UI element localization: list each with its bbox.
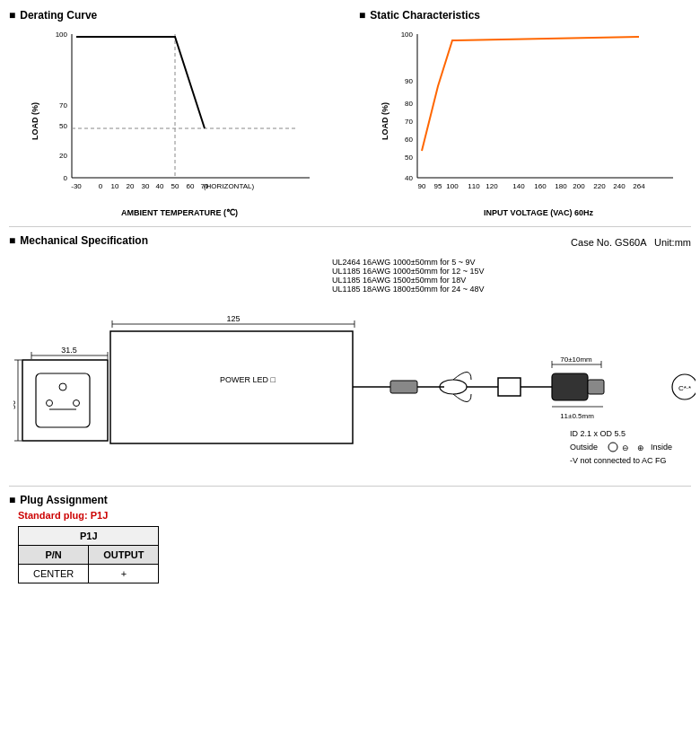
derating-curve-section: Derating Curve LOAD (%) 0 20 50 70 100 -… [9,9,341,217]
plug-table-col1: P/N [19,546,89,565]
svg-text:40: 40 [405,174,413,182]
svg-text:11±0.5mm: 11±0.5mm [560,412,594,420]
derating-x-label: AMBIENT TEMPERATURE (℃) [36,208,323,217]
derating-y-label: LOAD (%) [31,102,39,140]
svg-text:ID 2.1 x OD 5.5: ID 2.1 x OD 5.5 [570,429,626,438]
svg-text:100: 100 [446,182,459,190]
static-x-label: INPUT VOLTAGE (VAC) 60Hz [386,208,691,217]
svg-text:200: 200 [573,182,585,190]
static-chart: 40 50 60 70 80 90 100 90 95 100 110 120 … [386,25,691,205]
svg-text:180: 180 [555,182,567,190]
svg-text:⊕: ⊕ [637,443,644,452]
svg-rect-61 [390,381,417,393]
svg-point-50 [59,383,66,390]
wire-specs: UL2464 16AWG 1000±50mm for 5 ~ 9V UL1185… [332,258,691,294]
svg-text:C*·*: C*·* [678,384,691,392]
svg-text:90: 90 [418,182,426,190]
svg-text:110: 110 [468,182,480,190]
mechanical-section: Mechanical Specification Case No. GS60A … [9,226,691,477]
svg-rect-67 [552,373,588,400]
plug-table-col2: OUTPUT [89,546,159,565]
svg-text:50: 50 [13,400,17,409]
static-title: Static Characteristics [359,9,691,22]
svg-text:50: 50 [59,122,67,130]
svg-text:125: 125 [226,314,240,323]
svg-text:20: 20 [59,152,67,160]
table-row: CENTER + [19,565,159,583]
svg-text:240: 240 [613,182,626,190]
svg-text:70±10mm: 70±10mm [560,355,592,364]
svg-text:31.5: 31.5 [61,346,77,355]
mechanical-title: Mechanical Specification [9,234,148,247]
svg-text:10: 10 [111,182,119,190]
svg-text:60: 60 [187,182,195,190]
plug-title: Plug Assignment [9,494,691,506]
svg-text:100: 100 [401,31,414,39]
standard-plug-label: Standard plug: P1J [18,510,691,521]
svg-text:220: 220 [593,182,606,190]
svg-text:0: 0 [99,182,103,190]
svg-text:80: 80 [405,100,413,108]
plug-section: Plug Assignment Standard plug: P1J P1J P… [9,486,691,583]
svg-text:POWER LED □: POWER LED □ [220,375,276,384]
svg-point-52 [74,400,80,407]
svg-text:60: 60 [405,136,413,144]
svg-text:30: 30 [142,182,150,190]
svg-text:120: 120 [486,182,498,190]
svg-text:264: 264 [633,182,645,190]
svg-text:⊖: ⊖ [622,443,629,452]
svg-rect-48 [22,360,108,441]
case-info: Case No. GS60A Unit:mm [571,237,691,248]
svg-text:40: 40 [156,182,164,190]
svg-point-51 [47,400,53,407]
derating-chart: 0 20 50 70 100 -30 0 10 20 30 40 50 60 7… [36,25,323,205]
svg-point-79 [608,443,617,452]
svg-text:Inside: Inside [651,443,672,452]
plug-output: + [89,565,159,583]
svg-text:70: 70 [405,118,413,126]
svg-rect-58 [110,331,353,443]
svg-text:(HORIZONTAL): (HORIZONTAL) [204,182,255,190]
svg-text:95: 95 [434,182,442,190]
svg-text:100: 100 [56,31,68,39]
svg-text:-30: -30 [71,182,82,190]
svg-rect-65 [498,378,521,396]
svg-rect-68 [588,380,604,394]
svg-text:160: 160 [534,182,547,190]
svg-text:50: 50 [171,182,179,190]
plug-table: P1J P/N OUTPUT CENTER + [18,526,159,583]
svg-text:140: 140 [512,182,525,190]
svg-text:-V not connected to AC FG: -V not connected to AC FG [570,456,667,465]
plug-pn: CENTER [19,565,89,583]
svg-text:0: 0 [64,174,68,182]
svg-text:90: 90 [405,77,413,85]
svg-rect-49 [36,373,90,427]
svg-text:50: 50 [405,154,413,162]
static-char-section: Static Characteristics LOAD (%) 40 50 60… [359,9,691,217]
svg-text:Outside: Outside [570,443,598,452]
svg-text:70: 70 [59,101,67,110]
plug-table-merged-header: P1J [19,527,159,546]
derating-title: Derating Curve [9,9,341,22]
standard-plug-value: P1J [91,510,109,521]
mech-diagram: 125 31.5 50 POWER LED □ [13,297,696,477]
svg-text:20: 20 [127,182,135,190]
static-y-label: LOAD (%) [381,102,389,140]
